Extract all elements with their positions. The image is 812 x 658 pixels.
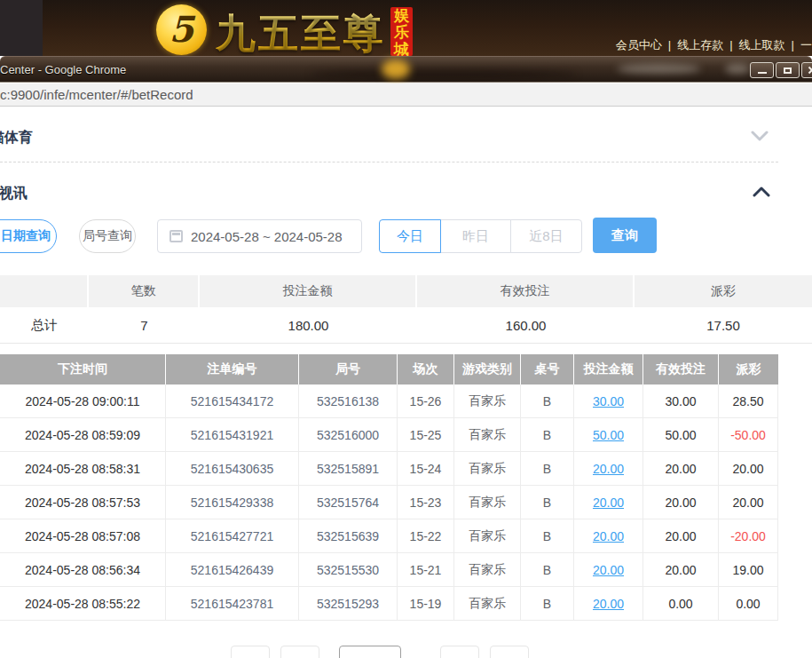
bet-id-cell: 521615426439 (166, 553, 299, 587)
blurred-logo-swoosh (311, 70, 577, 78)
blurred-redaction (617, 64, 701, 74)
quick-filter-today[interactable]: 今日 (379, 219, 441, 253)
round-id-cell: 532516138 (299, 384, 398, 418)
blurred-badge (382, 59, 410, 79)
summary-table: 笔数 投注金额 有效投注 派彩 总计 7 180.00 160.00 17.50 (0, 275, 812, 344)
bet-time-cell: 2024-05-28 08:57:53 (0, 486, 166, 519)
valid-bet-cell: 20.00 (643, 486, 719, 519)
table-row: 2024-05-28 08:59:09521615431921532516000… (0, 418, 778, 452)
bet-amount-link[interactable]: 20.00 (593, 563, 624, 577)
section-video-title[interactable]: 视讯 (0, 185, 28, 203)
table-no-cell: B (521, 486, 574, 519)
bet-amount-cell: 30.00 (574, 384, 643, 418)
nav-link-cut[interactable]: 一 (800, 38, 812, 52)
header-game-type: 游戏类别 (454, 354, 521, 384)
bet-amount-cell: 20.00 (574, 553, 643, 587)
game-type-cell: 百家乐 (454, 519, 521, 553)
payout-cell: 20.00 (719, 486, 778, 519)
bet-table-body: 2024-05-28 09:00:11521615434172532516138… (0, 384, 778, 621)
date-query-tab[interactable]: 日期查询 (0, 219, 57, 253)
bet-amount-cell: 20.00 (574, 519, 643, 553)
header-bet-time: 下注时间 (0, 354, 166, 384)
payout-cell: 0.00 (719, 587, 778, 621)
round-id-cell: 532516000 (299, 418, 398, 452)
game-type-cell: 百家乐 (454, 486, 521, 519)
maximize-button[interactable] (776, 62, 800, 78)
bet-amount-link[interactable]: 30.00 (593, 394, 624, 408)
header-payout: 派彩 (719, 354, 778, 384)
bet-amount-cell: 50.00 (574, 418, 643, 452)
corner-block (0, 0, 43, 56)
badge-char: 城 (394, 41, 409, 56)
bet-id-cell: 521615427721 (166, 519, 299, 553)
bet-amount-link[interactable]: 20.00 (593, 597, 624, 611)
table-no-cell: B (521, 452, 574, 486)
nav-link-deposit[interactable]: 线上存款 (677, 38, 723, 52)
pagination-button[interactable] (280, 646, 319, 658)
nav-link-withdraw[interactable]: 线上取款 (739, 38, 785, 52)
nav-link-member-center[interactable]: 会员中心 (616, 38, 662, 52)
table-row: 2024-05-28 08:56:34521615426439532515530… (0, 553, 778, 587)
logo-coin-symbol: 5 (169, 8, 194, 50)
pagination-button[interactable] (490, 646, 529, 658)
game-type-cell: 百家乐 (454, 452, 521, 486)
valid-bet-cell: 50.00 (643, 418, 719, 452)
site-logo-text: 九五至尊 (216, 7, 386, 60)
bet-time-cell: 2024-05-28 09:00:11 (0, 384, 166, 418)
round-id-cell: 532515639 (299, 519, 398, 553)
bet-time-cell: 2024-05-28 08:59:09 (0, 418, 166, 452)
round-id-cell: 532515530 (299, 553, 398, 587)
logo-badge: 娱 乐 城 (390, 7, 413, 56)
summary-total-label: 总计 (0, 307, 89, 343)
summary-total-valid-bet: 160.00 (417, 307, 635, 343)
header-valid-bet: 有效投注 (643, 354, 719, 384)
site-header: 5 九五至尊 娱 乐 城 会员中心|线上存款|线上取款|一 (0, 0, 812, 56)
bet-time-cell: 2024-05-28 08:55:22 (0, 587, 166, 621)
session-cell: 15-23 (398, 486, 454, 519)
table-row: 2024-05-28 08:57:08521615427721532515639… (0, 519, 778, 553)
chevron-down-icon[interactable] (751, 131, 769, 141)
bet-amount-link[interactable]: 20.00 (593, 529, 624, 543)
minimize-button[interactable] (750, 62, 774, 78)
bet-amount-cell: 20.00 (574, 587, 643, 621)
header-table-no: 桌号 (521, 354, 574, 384)
table-no-cell: B (521, 384, 574, 418)
chevron-up-icon[interactable] (753, 186, 770, 197)
bet-amount-link[interactable]: 20.00 (593, 495, 624, 510)
table-row: 2024-05-28 09:00:11521615434172532516138… (0, 384, 778, 418)
payout-cell: -50.00 (719, 418, 778, 452)
bet-time-cell: 2024-05-28 08:56:34 (0, 553, 166, 587)
date-range-input[interactable]: 2024-05-28 ~ 2024-05-28 (157, 219, 362, 253)
round-query-tab[interactable]: 局号查询 (79, 219, 136, 253)
bet-amount-link[interactable]: 50.00 (593, 428, 624, 442)
badge-char: 娱 (394, 7, 409, 24)
search-button[interactable]: 查询 (593, 218, 657, 253)
table-no-cell: B (521, 519, 574, 553)
quick-filter-last8days[interactable]: 近8日 (510, 219, 582, 253)
valid-bet-cell: 20.00 (643, 519, 719, 553)
bet-amount-cell: 20.00 (574, 452, 643, 486)
logo-coin-icon: 5 (156, 4, 207, 55)
session-cell: 15-19 (398, 587, 454, 621)
round-id-cell: 532515293 (299, 587, 398, 621)
window-titlebar[interactable]: Center - Google Chrome (0, 56, 812, 83)
round-id-cell: 532515764 (299, 486, 398, 519)
game-type-cell: 百家乐 (454, 553, 521, 587)
game-type-cell: 百家乐 (454, 384, 521, 418)
summary-total-bet-amount: 180.00 (200, 307, 417, 343)
quick-filter-yesterday[interactable]: 昨日 (440, 219, 511, 253)
top-nav: 会员中心|线上存款|线上取款|一 (616, 37, 812, 53)
close-icon (808, 67, 812, 74)
bet-amount-link[interactable]: 20.00 (593, 462, 624, 476)
bet-id-cell: 521615434172 (166, 384, 299, 418)
table-no-cell: B (521, 418, 574, 452)
address-bar[interactable]: c:9900/infe/mcenter/#/betRecord (0, 83, 812, 107)
pagination-button[interactable] (339, 646, 401, 658)
pagination-button[interactable] (231, 646, 270, 658)
payout-cell: 20.00 (719, 452, 778, 486)
session-cell: 15-24 (398, 452, 454, 486)
section-sports-title[interactable]: 猫体育 (0, 129, 33, 147)
pagination-button[interactable] (440, 646, 479, 658)
summary-header-row: 笔数 投注金额 有效投注 派彩 (0, 275, 812, 307)
close-button[interactable] (801, 62, 812, 78)
